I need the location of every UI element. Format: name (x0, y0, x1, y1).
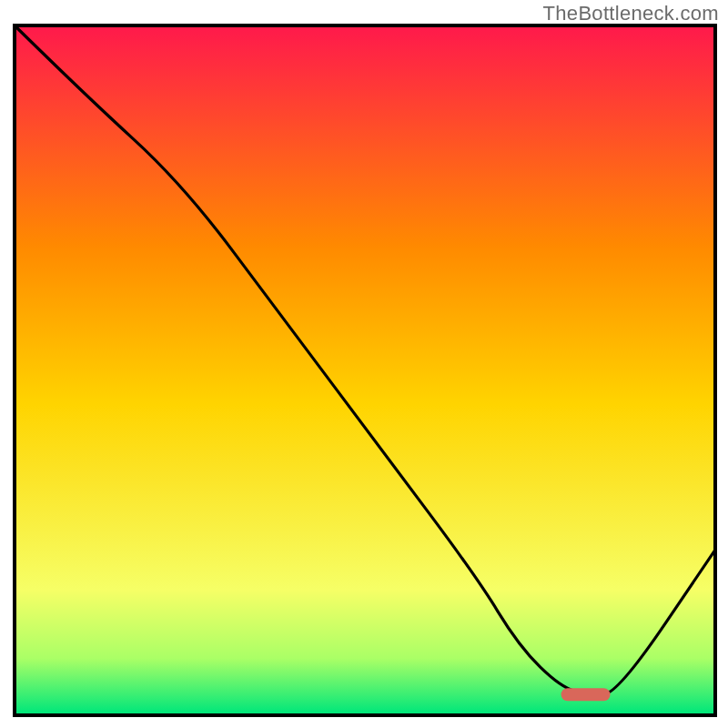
chart-highlight-marker (561, 688, 611, 701)
chart-svg (0, 0, 728, 728)
chart-container (0, 0, 728, 728)
chart-background (16, 27, 713, 713)
